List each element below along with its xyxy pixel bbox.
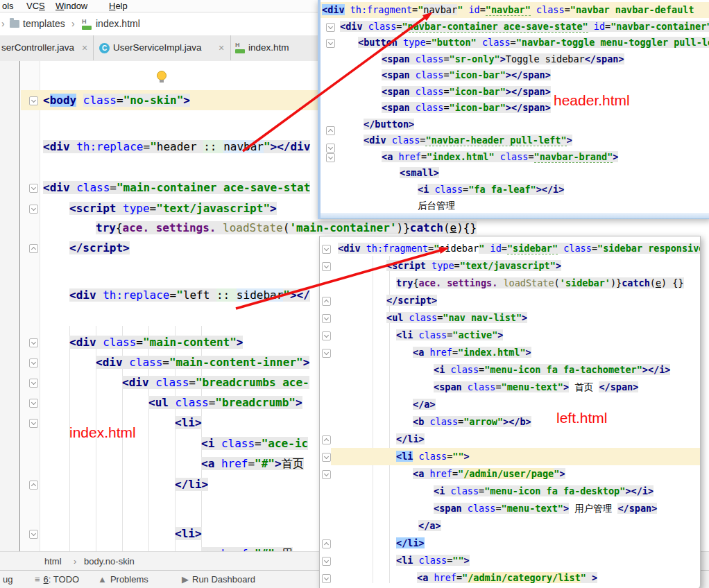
statusbar-debug-partial[interactable]: ug	[3, 571, 12, 588]
code-area-header-html: <div th:fragment="navbar" id="navbar" cl…	[321, 0, 709, 219]
code-line: </li>	[175, 474, 208, 494]
code-line: <i class="fa fa-leaf"></i>	[418, 182, 564, 198]
annotation-label-header-html: header.html	[554, 92, 630, 109]
code-line: <div class="navbar-container ace-save-st…	[340, 19, 709, 35]
code-line: <li class="">	[396, 448, 470, 465]
code-line: </button>	[364, 116, 414, 132]
tab-label: UserServiceImpl.java	[113, 35, 202, 60]
breadcrumb-item-html[interactable]: html	[44, 552, 62, 571]
tab-label: index.htm	[248, 35, 289, 60]
fold-expand-icon[interactable]	[29, 530, 38, 539]
fold-expand-icon	[322, 331, 331, 340]
folder-icon	[10, 20, 19, 28]
close-icon[interactable]: ×	[219, 35, 224, 60]
chevron-right-icon: ›	[71, 12, 75, 35]
ide-window: ols VCS Window Help › templates › H inde…	[0, 0, 709, 588]
fold-expand-icon[interactable]	[29, 379, 38, 388]
breadcrumb-item-body-no-skin[interactable]: body.no-skin	[84, 552, 135, 571]
fold-expand-icon	[322, 574, 331, 583]
code-line: </a>	[418, 517, 441, 535]
fold-expand-icon[interactable]	[29, 399, 38, 408]
caret-line-highlight	[331, 448, 700, 465]
code-line: <span class="menu-text"> 用户管理 </span>	[434, 500, 657, 517]
fold-expand-icon[interactable]	[29, 338, 38, 347]
fold-collapse-icon	[322, 297, 331, 306]
todo-list-icon: ≡	[35, 574, 40, 585]
fold-expand-icon	[326, 39, 335, 48]
code-line: <a href="/admin/category/list" >	[417, 569, 597, 587]
code-line: </li>	[396, 535, 425, 552]
menu-item-tools[interactable]: ols	[2, 0, 14, 12]
chevron-right-icon: ›	[74, 552, 76, 571]
close-icon[interactable]: ×	[82, 35, 87, 60]
code-line: <i class="ace-ic	[201, 433, 308, 453]
code-line: 后台管理	[418, 198, 455, 214]
code-line: <span class="menu-text"> 首页 </span>	[434, 379, 638, 396]
play-icon: ▶	[182, 574, 189, 585]
code-line: try{ace. settings. loadState('sidebar')}…	[396, 275, 684, 292]
fold-expand-icon	[322, 349, 331, 358]
code-line: <ul class="nav nav-list">	[386, 309, 527, 327]
code-line: <button type="button" class="navbar-togg…	[358, 35, 709, 51]
statusbar-run-dashboard[interactable]: ▶Run Dashboard	[182, 571, 255, 588]
code-line: <li>	[175, 524, 202, 544]
tab-label: serController.java	[1, 35, 74, 60]
code-line: <body class="no-skin">	[43, 90, 190, 110]
tab-usercontroller-java[interactable]: serController.java ×	[0, 35, 94, 60]
code-line: <div class="main-container ace-save-stat	[43, 178, 310, 198]
code-line: <span class="icon-bar"></span>	[382, 100, 551, 116]
fold-expand-icon	[322, 314, 331, 323]
fold-expand-icon	[322, 245, 331, 254]
code-line: <a href="index.html" class="navbar-brand…	[382, 149, 618, 165]
code-line: </a>	[413, 396, 436, 413]
menu-item-window[interactable]: Window	[55, 0, 87, 12]
tab-userserviceimpl-java[interactable]: C UserServiceImpl.java ×	[94, 35, 231, 60]
code-line: <div th:fragment="sidebar" id="sidebar" …	[338, 240, 701, 257]
code-line: <i class="menu-icon fa fa-desktop"></i>	[434, 483, 654, 500]
code-line: <div class="main-content">	[69, 332, 243, 352]
fold-collapse-icon[interactable]	[29, 481, 38, 490]
code-line: <div class="main-content-inner">	[96, 352, 309, 372]
annotation-label-left-html: left.html	[556, 410, 608, 426]
code-line: <script type="text/javascript">	[386, 257, 561, 275]
fold-expand-icon[interactable]	[29, 205, 38, 214]
chevron-right-icon: ›	[1, 12, 5, 35]
menu-item-help[interactable]: Help	[109, 0, 128, 12]
menu-item-vcs[interactable]: VCS	[26, 0, 45, 12]
code-line: <script type="text/javascript">	[69, 198, 277, 218]
fold-expand-icon	[322, 262, 331, 271]
code-line: <a href="/admin/user/page">	[413, 465, 565, 483]
code-line: <a href="index.html">	[413, 344, 531, 361]
statusbar-problems[interactable]: ▲Problems	[98, 571, 148, 588]
code-line: </script>	[386, 292, 437, 309]
code-area-left-html: <div th:fragment="sidebar" id="sidebar" …	[320, 236, 700, 588]
fold-expand-icon[interactable]	[29, 419, 38, 428]
code-line: <i class="menu-icon fa fa-tachometer"></…	[434, 361, 670, 379]
class-icon: C	[99, 43, 110, 53]
html-file-icon: H	[235, 43, 246, 53]
code-line: <span class="icon-bar"></span>	[382, 84, 551, 100]
fold-expand-icon	[322, 470, 331, 479]
overlay-header-html-snippet: <div th:fragment="navbar" id="navbar" cl…	[318, 0, 709, 219]
code-line: <li class="active">	[396, 327, 503, 344]
fold-expand-icon[interactable]	[29, 358, 38, 368]
overlay-left-html-snippet: <div th:fragment="sidebar" id="sidebar" …	[319, 236, 701, 588]
annotation-label-index-html: index.html	[69, 424, 136, 441]
code-line: </script>	[69, 238, 130, 258]
fold-collapse-icon	[326, 126, 335, 135]
breadcrumb-item-templates[interactable]: templates	[23, 12, 65, 35]
breadcrumb-item-index-html[interactable]: index.html	[96, 12, 140, 35]
fold-expand-icon	[322, 453, 331, 462]
code-line: <div th:replace="header :: navbar"></div	[43, 137, 310, 157]
statusbar-todo[interactable]: ≡6: TODO	[35, 571, 79, 588]
code-line: </li>	[396, 431, 425, 448]
code-line: <li class="">	[396, 552, 470, 569]
code-line: <div class="navbar-header pull-left">	[364, 132, 572, 148]
fold-expand-icon[interactable]	[29, 96, 38, 105]
fold-expand-icon[interactable]	[29, 184, 38, 193]
indent-guide	[373, 256, 373, 583]
code-line: <ul class="breadcrumb">	[148, 392, 302, 413]
code-line: <small>	[400, 165, 439, 181]
fold-collapse-icon[interactable]	[29, 244, 38, 253]
fold-collapse-icon	[322, 539, 331, 548]
